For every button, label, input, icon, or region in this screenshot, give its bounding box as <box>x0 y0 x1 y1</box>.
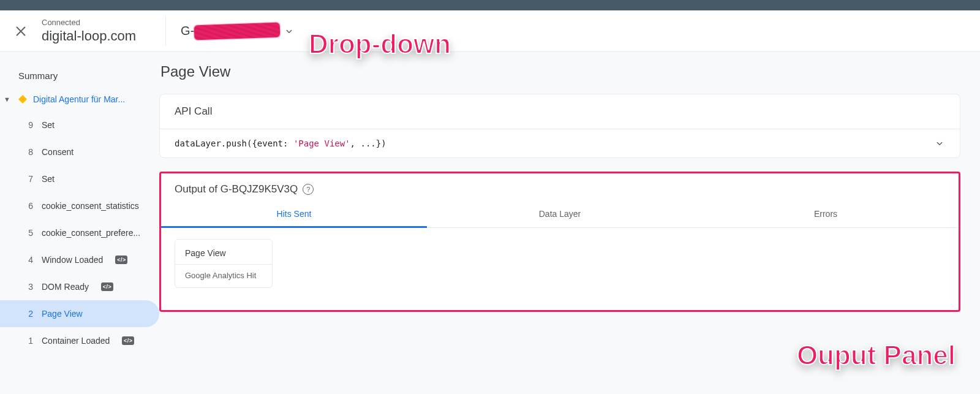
event-index: 9 <box>24 120 33 130</box>
hits-container: Page View Google Analytics Hit <box>161 228 959 299</box>
event-label: DOM Ready <box>42 282 89 292</box>
event-index: 8 <box>24 147 33 157</box>
event-row[interactable]: 4Window Loaded</> <box>0 246 159 273</box>
caret-down-icon: ▼ <box>4 96 12 103</box>
connected-label: Connected <box>42 18 136 28</box>
close-icon <box>14 25 28 38</box>
tab-errors[interactable]: Errors <box>693 202 959 227</box>
event-row[interactable]: 8Consent <box>0 138 159 165</box>
event-index: 2 <box>24 309 33 319</box>
event-label: Page View <box>42 309 83 319</box>
event-row[interactable]: 2Page View <box>0 300 159 327</box>
tab-hits-sent[interactable]: Hits Sent <box>161 202 427 227</box>
hit-desc: Google Analytics Hit <box>175 264 272 287</box>
event-index: 6 <box>24 201 33 211</box>
account-prefix: G- <box>181 24 194 38</box>
chevron-down-icon <box>284 26 295 37</box>
api-call-card: API Call dataLayer.push({event: 'Page Vi… <box>159 94 960 158</box>
output-heading: Output of G-BQJZ9K5V3Q <box>175 183 298 195</box>
event-row[interactable]: 5cookie_consent_prefere... <box>0 219 159 246</box>
account-id-redacted <box>194 22 281 40</box>
api-call-code: dataLayer.push({event: 'Page View', ...}… <box>175 138 386 148</box>
help-icon[interactable]: ? <box>303 184 314 195</box>
event-label: cookie_consent_prefere... <box>42 228 140 238</box>
sidebar-group-label: Digital Agentur für Mar... <box>33 94 125 104</box>
sidebar-summary-link[interactable]: Summary <box>0 61 159 92</box>
divider <box>165 17 166 46</box>
close-button[interactable] <box>0 25 42 38</box>
connection-status: Connected digital-loop.com <box>42 18 136 45</box>
connected-domain: digital-loop.com <box>42 28 136 45</box>
event-row[interactable]: 7Set <box>0 165 159 192</box>
sidebar-group[interactable]: ▼ Digital Agentur für Mar... <box>0 92 159 108</box>
code-icon: </> <box>115 256 127 264</box>
hit-card[interactable]: Page View Google Analytics Hit <box>175 239 273 288</box>
output-panel: Output of G-BQJZ9K5V3Q ? Hits SentData L… <box>159 172 960 312</box>
api-call-heading: API Call <box>160 94 960 129</box>
account-dropdown[interactable]: G- <box>181 24 295 39</box>
diamond-icon <box>18 95 27 104</box>
app-frame: Connected digital-loop.com G- Drop-down … <box>0 10 980 394</box>
hit-name: Page View <box>175 240 272 264</box>
chevron-down-icon <box>934 138 945 149</box>
event-row[interactable]: 3DOM Ready</> <box>0 273 159 300</box>
api-call-expand-row[interactable]: dataLayer.push({event: 'Page View', ...}… <box>160 129 960 157</box>
tab-data-layer[interactable]: Data Layer <box>427 202 693 227</box>
output-tabs: Hits SentData LayerErrors <box>161 202 959 228</box>
event-row[interactable]: 6cookie_consent_statistics <box>0 192 159 219</box>
output-heading-row: Output of G-BQJZ9K5V3Q ? <box>161 173 959 202</box>
page-title: Page View <box>160 63 960 80</box>
code-icon: </> <box>101 282 113 291</box>
event-index: 4 <box>24 255 33 265</box>
event-index: 1 <box>24 336 33 346</box>
event-label: Set <box>42 174 55 184</box>
event-label: Set <box>42 120 55 130</box>
event-list: 9Set8Consent7Set6cookie_consent_statisti… <box>0 112 159 354</box>
event-label: Window Loaded <box>42 255 103 265</box>
body: Summary ▼ Digital Agentur für Mar... 9Se… <box>0 52 980 394</box>
event-row[interactable]: 1Container Loaded</> <box>0 327 159 354</box>
main-panel: Page View API Call dataLayer.push({event… <box>159 52 980 394</box>
sidebar: Summary ▼ Digital Agentur für Mar... 9Se… <box>0 52 159 394</box>
event-label: Container Loaded <box>42 336 110 346</box>
event-label: cookie_consent_statistics <box>42 201 139 211</box>
event-row[interactable]: 9Set <box>0 112 159 138</box>
header-bar: Connected digital-loop.com G- <box>0 10 980 52</box>
event-index: 3 <box>24 282 33 292</box>
event-index: 5 <box>24 228 33 238</box>
window-titlebar-strip <box>0 0 980 10</box>
code-icon: </> <box>122 336 134 345</box>
event-label: Consent <box>42 147 74 157</box>
event-index: 7 <box>24 174 33 184</box>
